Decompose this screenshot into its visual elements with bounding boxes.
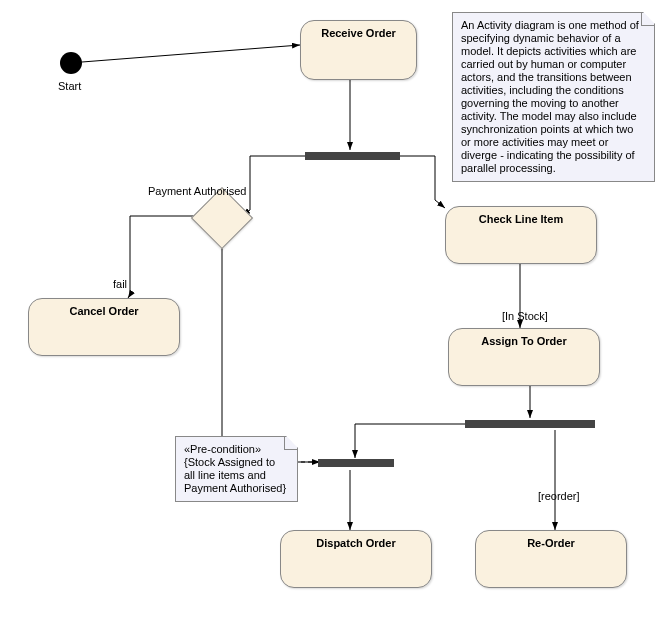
activity-cancel-order: Cancel Order: [28, 298, 180, 356]
svg-line-0: [82, 45, 300, 62]
activity-assign-to-order: Assign To Order: [448, 328, 600, 386]
join-bar: [318, 459, 394, 467]
activity-re-order: Re-Order: [475, 530, 627, 588]
initial-node: [60, 52, 82, 74]
activity-label: Re-Order: [476, 537, 626, 549]
guard-payment-authorised: Payment Authorised: [148, 185, 246, 197]
activity-label: Dispatch Order: [281, 537, 431, 549]
guard-in-stock: [In Stock]: [502, 310, 548, 322]
start-label: Start: [58, 80, 81, 92]
activity-label: Check Line Item: [446, 213, 596, 225]
fork-bar-2: [465, 420, 595, 428]
activity-label: Cancel Order: [29, 305, 179, 317]
activity-label: Receive Order: [301, 27, 416, 39]
note-description: An Activity diagram is one method of spe…: [452, 12, 655, 182]
activity-receive-order: Receive Order: [300, 20, 417, 80]
activity-dispatch-order: Dispatch Order: [280, 530, 432, 588]
guard-fail: fail: [113, 278, 127, 290]
fork-bar-1: [305, 152, 400, 160]
note-text: An Activity diagram is one method of spe…: [461, 19, 639, 174]
guard-reorder: [reorder]: [538, 490, 580, 502]
activity-label: Assign To Order: [449, 335, 599, 347]
note-pre-title: «Pre-condition»: [184, 443, 289, 456]
note-pre-body: {Stock Assigned to all line items and Pa…: [184, 456, 289, 495]
note-precondition: «Pre-condition» {Stock Assigned to all l…: [175, 436, 298, 502]
activity-check-line-item: Check Line Item: [445, 206, 597, 264]
